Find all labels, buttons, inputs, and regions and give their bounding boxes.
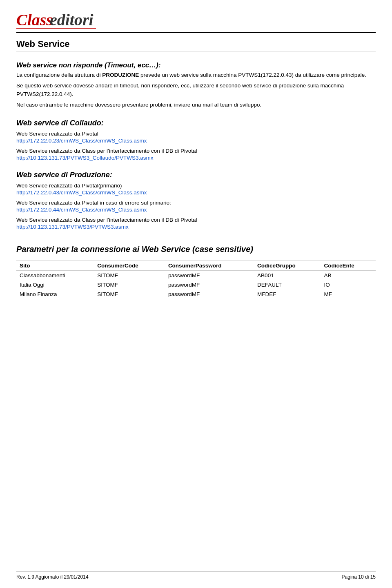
timeout-line3: Nel caso entrambe le macchine dovessero … xyxy=(16,101,376,109)
collaudo-sub2-label: Web Service realizzato da Class per l’in… xyxy=(16,148,376,154)
timeout-line2: Se questo web service dovesse andare in … xyxy=(16,82,376,98)
svg-text:editori: editori xyxy=(50,11,94,29)
produzione-sub3-link-container: http://10.123.131.73/PVTWS3/PVTWS3.asmx xyxy=(16,224,376,230)
collaudo-heading: Web service di Collaudo: xyxy=(16,119,376,127)
table-cell-0-4: AB xyxy=(321,271,376,281)
logo-svg: Class editori xyxy=(16,8,98,31)
footer-page: Pagina 10 di 15 xyxy=(342,574,376,580)
produzione-section: Web service di Produzione: Web Service r… xyxy=(16,171,376,230)
table-row: Milano FinanzaSITOMFpasswordMFMFDEFMF xyxy=(16,290,376,299)
produzione-sub3-link[interactable]: http://10.123.131.73/PVTWS3/PVTWS3.asmx xyxy=(16,224,129,230)
params-table-body: ClassabbonamentiSITOMFpasswordMFAB001ABI… xyxy=(16,271,376,299)
col-header-4: CodiceEnte xyxy=(321,261,376,271)
page-container: Class editori Web Service Web service no… xyxy=(0,0,392,323)
table-cell-2-2: passwordMF xyxy=(165,290,254,299)
col-header-2: ConsumerPassword xyxy=(165,261,254,271)
collaudo-section: Web service di Collaudo: Web Service rea… xyxy=(16,119,376,161)
col-header-1: ConsumerCode xyxy=(94,261,165,271)
collaudo-sub2: Web Service realizzato da Class per l’in… xyxy=(16,148,376,161)
svg-text:Class: Class xyxy=(16,11,53,29)
produzione-sub2-link-container: http://172.22.0.44/crmWS_Class/crmWS_Cla… xyxy=(16,207,376,213)
produzione-sub1-label: Web Service realizzato da Pivotal(primar… xyxy=(16,183,376,189)
params-table-head: SitoConsumerCodeConsumerPasswordCodiceGr… xyxy=(16,261,376,271)
table-cell-2-1: SITOMF xyxy=(94,290,165,299)
table-row: Italia OggiSITOMFpasswordMFDEFAULTIO xyxy=(16,280,376,290)
timeout-line1-prefix: La configurazione della struttura di xyxy=(16,72,102,78)
produzione-sub2: Web Service realizzato da Pivotal in cas… xyxy=(16,200,376,213)
params-table: SitoConsumerCodeConsumerPasswordCodiceGr… xyxy=(16,261,376,299)
table-cell-2-3: MFDEF xyxy=(254,290,321,299)
timeout-line1-rest: prevede un web service sulla macchina PV… xyxy=(139,72,366,78)
collaudo-sub1-label: Web Service realizzato da Pivotal xyxy=(16,131,376,137)
page-title: Web Service xyxy=(16,39,376,51)
table-cell-1-4: IO xyxy=(321,280,376,290)
col-header-3: CodiceGruppo xyxy=(254,261,321,271)
collaudo-sub1: Web Service realizzato da Pivotal http:/… xyxy=(16,131,376,144)
produzione-sub1: Web Service realizzato da Pivotal(primar… xyxy=(16,183,376,196)
table-cell-2-0: Milano Finanza xyxy=(16,290,94,299)
table-cell-2-4: MF xyxy=(321,290,376,299)
timeout-section: Web service non risponde (Timeout, ecc…)… xyxy=(16,61,376,109)
params-table-header-row: SitoConsumerCodeConsumerPasswordCodiceGr… xyxy=(16,261,376,271)
col-header-0: Sito xyxy=(16,261,94,271)
table-cell-0-1: SITOMF xyxy=(94,271,165,281)
params-heading: Parametri per la connessione ai Web Serv… xyxy=(16,245,376,254)
produzione-sub2-link[interactable]: http://172.22.0.44/crmWS_Class/crmWS_Cla… xyxy=(16,207,147,213)
collaudo-sub2-link-container: http://10.123.131.73/PVTWS3_Collaudo/PVT… xyxy=(16,155,376,161)
produzione-sub2-label: Web Service realizzato da Pivotal in cas… xyxy=(16,200,376,206)
table-cell-1-3: DEFAULT xyxy=(254,280,321,290)
table-row: ClassabbonamentiSITOMFpasswordMFAB001AB xyxy=(16,271,376,281)
timeout-produzione-bold: PRODUZIONE xyxy=(102,72,139,78)
timeout-heading: Web service non risponde (Timeout, ecc…)… xyxy=(16,61,376,69)
produzione-heading: Web service di Produzione: xyxy=(16,171,376,179)
table-cell-0-2: passwordMF xyxy=(165,271,254,281)
produzione-sub1-link[interactable]: http://172.22.0.43/crmWS_Class/crmWS_Cla… xyxy=(16,189,147,196)
produzione-sub3-label: Web Service realizzato da Class per l’in… xyxy=(16,217,376,223)
produzione-sub1-link-container: http://172.22.0.43/crmWS_Class/crmWS_Cla… xyxy=(16,189,376,196)
table-cell-1-1: SITOMF xyxy=(94,280,165,290)
collaudo-sub2-link[interactable]: http://10.123.131.73/PVTWS3_Collaudo/PVT… xyxy=(16,155,153,161)
header-rule xyxy=(16,32,376,33)
page-footer: Rev. 1.9 Aggiornato il 29/01/2014 Pagina… xyxy=(16,571,376,580)
collaudo-sub1-link[interactable]: http://172.22.0.23/crmWS_Class/crmWS_Cla… xyxy=(16,138,147,144)
table-cell-1-2: passwordMF xyxy=(165,280,254,290)
table-cell-0-0: Classabbonamenti xyxy=(16,271,94,281)
collaudo-sub1-link-container: http://172.22.0.23/crmWS_Class/crmWS_Cla… xyxy=(16,138,376,144)
timeout-line1: La configurazione della struttura di PRO… xyxy=(16,71,376,79)
logo: Class editori xyxy=(16,8,376,31)
logo-area: Class editori xyxy=(16,8,376,31)
footer-revision: Rev. 1.9 Aggiornato il 29/01/2014 xyxy=(16,574,89,580)
table-cell-0-3: AB001 xyxy=(254,271,321,281)
produzione-sub3: Web Service realizzato da Class per l’in… xyxy=(16,217,376,230)
params-section: Parametri per la connessione ai Web Serv… xyxy=(16,245,376,299)
table-cell-1-0: Italia Oggi xyxy=(16,280,94,290)
